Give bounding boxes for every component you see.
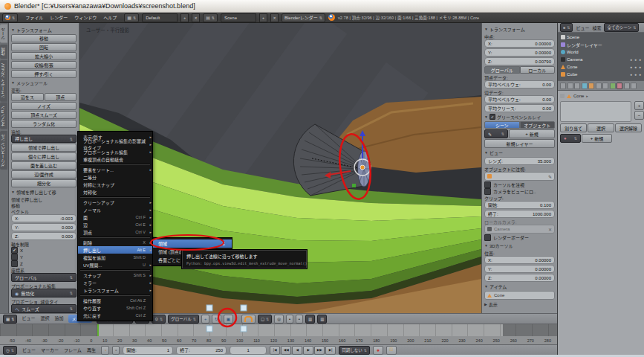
properties-tab-icon[interactable] — [631, 83, 637, 89]
edge-data-field[interactable]: 平均クリース:0.00 — [484, 104, 555, 112]
slot-remove-button[interactable]: − — [634, 111, 644, 120]
context-menu-item[interactable]: ミラー — [78, 279, 152, 286]
context-menu-item[interactable]: 面 Ctrl F — [78, 213, 152, 221]
orientation-select[interactable]: グローバル⇅ — [11, 273, 77, 282]
context-menu-item[interactable]: プロポーショナル編集の影響減衰タイプ — [78, 141, 152, 148]
renderability-camera-icon[interactable]: ● — [639, 65, 641, 69]
scene-browse-icon[interactable]: ▤⇅ — [203, 13, 218, 22]
global-local-toggle[interactable]: グローバル ローカル — [484, 66, 555, 74]
context-menu-item[interactable]: ノーマル — [78, 206, 152, 213]
outliner-editor-type-button[interactable]: ≡⇅ — [560, 23, 573, 32]
title-bar[interactable]: Blender* [C:¥Users¥anazawa¥Downloads¥scr… — [0, 0, 644, 13]
selectability-arrow-icon[interactable]: ● — [634, 65, 637, 69]
axis-checkbox[interactable] — [11, 254, 18, 260]
material-browse-icon[interactable]: ●⇅ — [560, 134, 581, 143]
frame-end-field[interactable]: 終了:250 — [176, 346, 227, 355]
viewport-menu-item[interactable]: 追加 — [54, 315, 63, 323]
mesh-tools-panel-header[interactable]: ▼メッシュツール — [11, 79, 77, 86]
current-frame-field[interactable]: 1 — [230, 346, 267, 355]
screen-layout-icon[interactable]: ▦⇅ — [124, 13, 139, 22]
new-layer-button[interactable]: 新規レイヤー — [484, 139, 555, 148]
lock-cursor-row[interactable]: カーソルを注視 — [484, 181, 555, 188]
sync-select[interactable]: 同期しない⇅ — [339, 346, 370, 355]
extrude-menu-button[interactable]: 押し出し⇅ — [11, 135, 77, 143]
median-field[interactable]: Y:0.00000 — [484, 48, 555, 57]
context-menu-item[interactable]: クリーンアップ — [78, 199, 152, 206]
deform-tool-button[interactable]: 頂点スムーズ — [11, 111, 77, 119]
menu-item[interactable]: ファイル — [25, 14, 43, 21]
clip-field[interactable]: 開始:0.100 — [484, 201, 555, 209]
timeline-menu-item[interactable]: フレーム — [64, 347, 82, 353]
proportional-select[interactable]: ◉無効化⇅ — [11, 289, 77, 298]
context-menu-item[interactable]: 元に戻す Ctrl Z — [78, 312, 152, 319]
snap-element-select[interactable]: ▢⇅ — [258, 315, 272, 324]
add-tool-button[interactable]: 個々に押し出し — [11, 152, 77, 161]
transform-panel-header[interactable]: ▼トランスフォーム — [11, 26, 77, 33]
deform-tool-button[interactable]: ノイズ — [11, 102, 77, 110]
outliner-filter-select[interactable]: 全てのシーン⇅ — [604, 23, 639, 32]
manipulator-translate-icon[interactable]: + — [201, 315, 209, 324]
timeline-menu-item[interactable]: 再生 — [87, 347, 96, 353]
current-frame-cursor[interactable] — [97, 324, 99, 336]
properties-tab-icon[interactable] — [610, 83, 616, 89]
scene-close-button[interactable]: ✕ — [270, 13, 279, 22]
context-menu-item[interactable]: プロポーショナル編集 — [78, 148, 152, 155]
deselect-button[interactable]: 選択解除 — [615, 123, 642, 132]
item-name-field[interactable]: Cone — [484, 291, 555, 300]
outliner-item[interactable]: Cone ●●● — [558, 63, 644, 71]
context-menu-item[interactable]: UV展開... U — [78, 261, 152, 268]
material-new-button[interactable]: +新規 — [582, 134, 612, 143]
outliner-item[interactable]: Scene ●●● — [558, 33, 644, 41]
vector-field[interactable]: X:-0.003 — [11, 214, 77, 222]
clip-field[interactable]: 終了:1000.000 — [484, 210, 555, 218]
render-opengl-button[interactable]: ▥ — [305, 315, 315, 324]
shelf-tab[interactable]: ツール — [0, 25, 7, 43]
properties-tab-icon[interactable] — [582, 83, 588, 89]
record-button[interactable]: ● — [373, 346, 383, 355]
context-menu-item[interactable]: やり直す Shift Ctrl Z — [78, 304, 152, 312]
viewport-editor-type-button[interactable]: ▦⇅ — [3, 315, 17, 324]
manipulator-scale-icon[interactable]: ▣ — [224, 315, 233, 324]
properties-tab-icon[interactable] — [617, 83, 622, 89]
transform-tool-button[interactable]: 収縮/膨張 — [11, 61, 77, 69]
local-camera-field[interactable]: Camera✕ — [484, 225, 555, 234]
menu-item[interactable]: ウィンドウ — [74, 14, 97, 21]
shelf-tab[interactable]: シェーディング/UV — [0, 60, 7, 102]
pivot-select[interactable]: ⊙⇅ — [152, 315, 166, 324]
context-menu-item[interactable]: 対称化 — [78, 188, 152, 196]
cursor-location-field[interactable]: Y:0.00000 — [484, 265, 555, 273]
context-menu-item[interactable]: トランスフォーム — [78, 286, 152, 294]
properties-tab-icon[interactable] — [560, 83, 566, 89]
context-menu-item[interactable]: スナップ Shift S — [78, 271, 152, 279]
playback-button[interactable]: ▶| — [325, 346, 336, 355]
bevel-weight-field[interactable]: 平均ベベルウェ:0.00 — [484, 80, 555, 89]
timeline-ruler[interactable]: -50-40-30-20-100102030405060708090100110… — [0, 336, 557, 344]
add-tool-button[interactable]: 面を差し込む — [11, 161, 77, 170]
slide-tool-button[interactable]: 辺をス — [11, 93, 44, 101]
layer-toggle-2[interactable]: ▪ — [296, 315, 303, 324]
transform-tool-button[interactable]: 移動 — [11, 34, 77, 42]
operator-panel-header[interactable]: ▼領域を押し出して移 — [11, 188, 77, 196]
scene-add-button[interactable]: + — [259, 13, 267, 22]
editor-type-button[interactable]: ⇅ — [2, 13, 18, 22]
playback-button[interactable]: ◀ — [292, 346, 302, 355]
add-tool-button[interactable]: 細分化 — [11, 179, 77, 187]
eyedropper-icon[interactable]: ✎ — [548, 174, 552, 179]
snap-toggle[interactable] — [241, 315, 256, 324]
context-menu-item[interactable]: 押し出し Alt E — [78, 246, 152, 254]
assign-button[interactable]: 割り当て — [560, 123, 587, 132]
visibility-eye-icon[interactable]: ● — [630, 57, 632, 62]
clear-icon[interactable]: ✕ — [548, 227, 552, 232]
orientation-select[interactable]: グローバル⇅ — [168, 315, 199, 324]
lock-cursor-checkbox[interactable] — [484, 181, 491, 188]
context-menu-item[interactable]: 二等分 — [78, 173, 152, 181]
outliner-item[interactable]: Camera ●●● — [558, 56, 644, 63]
lock-object-field[interactable]: ✎ — [484, 172, 555, 181]
frame-lock-toggle[interactable]: ▫ — [112, 346, 120, 355]
view-panel-header[interactable]: ▼ビュー — [484, 149, 555, 156]
keying-set-button[interactable]: ⚿ — [386, 346, 397, 355]
context-menu-item[interactable]: 頂点 Ctrl V — [78, 228, 152, 236]
vector-field[interactable]: Z:0.000 — [11, 232, 77, 240]
cursor-location-field[interactable]: X:0.00000 — [484, 256, 555, 264]
axis-checkbox[interactable]: ✓ — [11, 247, 18, 254]
